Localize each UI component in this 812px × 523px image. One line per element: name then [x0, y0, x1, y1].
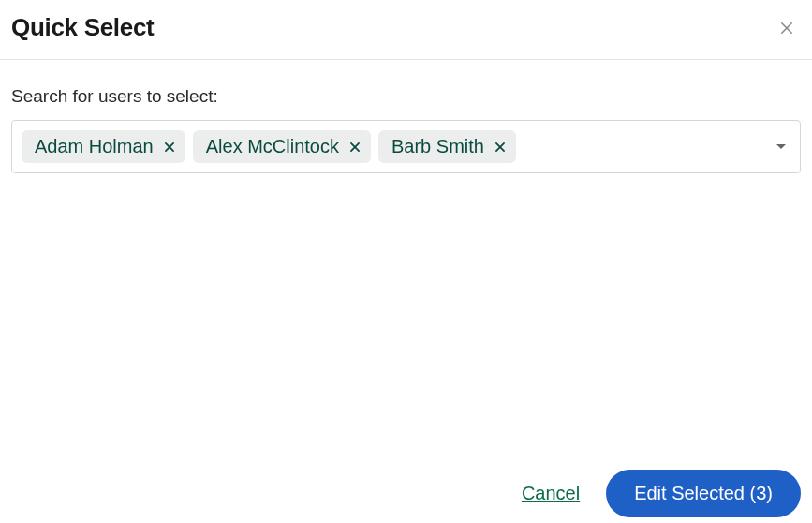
user-multiselect[interactable]: Adam Holman Alex McClintock Barb Smith [11, 120, 801, 173]
chip-label: Barb Smith [391, 136, 484, 157]
dialog-footer: Cancel Edit Selected (3) [522, 470, 801, 517]
chip-label: Alex McClintock [206, 136, 339, 157]
dialog-content: Search for users to select: Adam Holman … [0, 60, 812, 173]
search-label: Search for users to select: [11, 86, 801, 107]
edit-selected-button[interactable]: Edit Selected (3) [606, 470, 801, 517]
chevron-down-icon[interactable] [775, 143, 787, 151]
dialog-title: Quick Select [11, 13, 154, 42]
remove-chip-icon[interactable] [494, 141, 507, 154]
user-chip: Adam Holman [22, 130, 185, 163]
remove-chip-icon[interactable] [348, 141, 362, 154]
chip-label: Adam Holman [35, 136, 154, 157]
cancel-button[interactable]: Cancel [522, 483, 580, 504]
remove-chip-icon[interactable] [163, 141, 176, 154]
dialog-header: Quick Select [0, 0, 812, 60]
user-chip: Alex McClintock [193, 130, 371, 163]
close-icon[interactable] [773, 16, 801, 40]
user-chip: Barb Smith [378, 130, 516, 163]
